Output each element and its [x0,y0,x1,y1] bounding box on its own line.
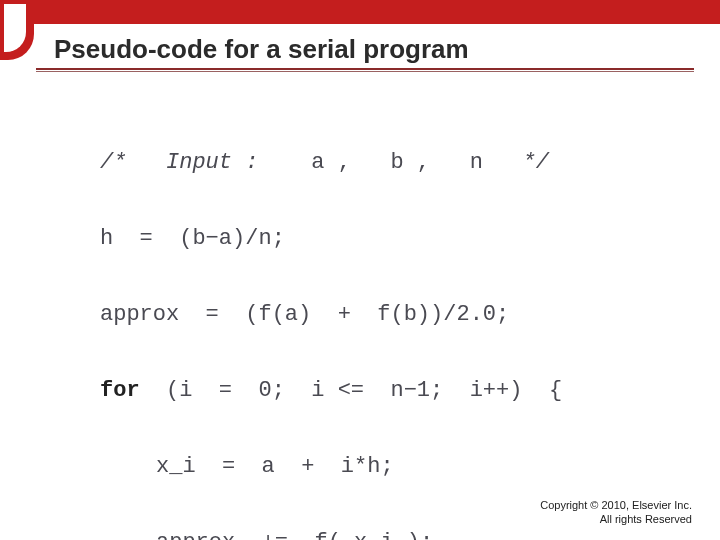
code-block: /* Input : a , b , n */ h = (b−a)/n; app… [100,106,620,540]
code-line-5: approx += f( x_i ); [100,524,620,540]
slide-title: Pseudo-code for a serial program [54,34,469,65]
comment-open: /* [100,150,126,175]
code-line-1: h = (b−a)/n; [100,220,620,258]
for-keyword: for [100,378,140,403]
for-rest: (i = 0; i <= n−1; i++) { [140,378,562,403]
comment-label: Input : [166,150,258,175]
comment-vars: a , b , n [311,150,483,175]
header-bar [0,0,720,24]
copyright-line2: All rights Reserved [540,512,692,526]
code-line-4: x_i = a + i*h; [100,448,620,486]
code-line-comment: /* Input : a , b , n */ [100,144,620,182]
copyright-line1: Copyright © 2010, Elsevier Inc. [540,498,692,512]
copyright: Copyright © 2010, Elsevier Inc. All righ… [540,498,692,526]
title-underline [36,68,694,70]
slide: Pseudo-code for a serial program /* Inpu… [0,0,720,540]
comment-close: */ [523,150,549,175]
title-underline-shadow [36,71,694,72]
code-line-3: for (i = 0; i <= n−1; i++) { [100,372,620,410]
code-line-2: approx = (f(a) + f(b))/2.0; [100,296,620,334]
